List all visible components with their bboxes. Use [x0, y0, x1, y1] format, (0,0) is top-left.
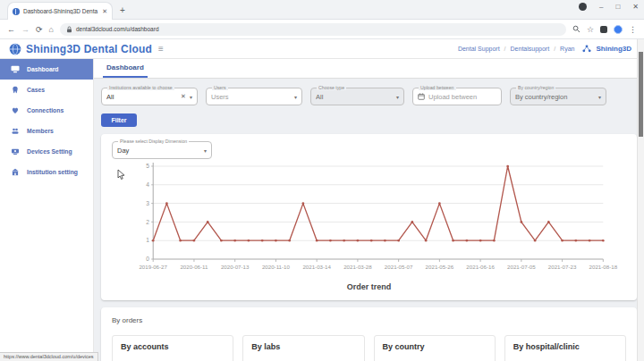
- svg-text:2021-06-16: 2021-06-16: [466, 264, 495, 270]
- chevron-down-icon[interactable]: ▾: [598, 94, 601, 100]
- hamburger-icon[interactable]: ≡: [158, 44, 164, 54]
- content-tabbar: Dashboard: [94, 59, 644, 79]
- tab-close-icon[interactable]: ✕: [102, 8, 107, 15]
- svg-text:2021-05-26: 2021-05-26: [426, 264, 454, 270]
- svg-text:0: 0: [146, 256, 149, 262]
- field-label: By country/region: [516, 85, 555, 90]
- browser-toolbar: ← → ⟳ ⌂ dental3dcloud.com/u/dashboard ☆ …: [0, 20, 644, 39]
- clear-icon[interactable]: ✕: [181, 93, 186, 100]
- sidebar-item-devices-setting[interactable]: Devices Setting: [0, 141, 93, 162]
- by-hospital-clinic-card: By hospital/clinic: [504, 335, 626, 361]
- app-logo: [9, 43, 21, 55]
- svg-text:2021-05-07: 2021-05-07: [385, 264, 413, 270]
- svg-text:3: 3: [146, 200, 149, 206]
- lock-icon: [66, 26, 72, 33]
- maximize-icon[interactable]: □: [615, 3, 620, 11]
- profile-avatar[interactable]: [614, 25, 623, 34]
- filter-row: Institutions available to choose All ✕ ▾…: [94, 79, 644, 105]
- url-text: dental3dcloud.com/u/dashboard: [76, 26, 159, 32]
- sidebar-item-dashboard[interactable]: Dashboard: [0, 59, 93, 80]
- heart-icon: [11, 106, 20, 114]
- svg-text:1: 1: [146, 237, 149, 243]
- scrollbar-thumb[interactable]: [639, 52, 643, 137]
- order-trend-card: Please select Display Dimension Day ▾ 01…: [101, 134, 637, 300]
- field-label: Upload between: [419, 85, 456, 90]
- org-switcher[interactable]: Shining3D: [596, 45, 631, 53]
- sidebar-item-label: Connections: [27, 107, 64, 113]
- extension-icon[interactable]: [600, 26, 607, 33]
- sidebar-item-members[interactable]: Members: [0, 121, 93, 141]
- institution-icon: [11, 168, 20, 176]
- minimize-icon[interactable]: –: [599, 3, 603, 11]
- subcard-title: By labs: [251, 342, 355, 351]
- chevron-down-icon[interactable]: ▾: [396, 94, 399, 100]
- calendar-icon: [418, 93, 425, 100]
- breadcrumb-support[interactable]: Dental Support: [458, 46, 500, 52]
- status-bar: https://www.dental3dcloud.com/u/devices: [0, 352, 98, 361]
- sidebar-item-label: Cases: [27, 87, 45, 93]
- close-icon[interactable]: ✕: [632, 3, 639, 11]
- menu-icon[interactable]: ⋮: [629, 25, 637, 34]
- back-icon[interactable]: ←: [7, 25, 15, 34]
- sidebar-item-label: Institution setting: [27, 169, 78, 175]
- filter-button[interactable]: Filter: [101, 113, 137, 127]
- svg-text:2020-11-10: 2020-11-10: [262, 264, 291, 270]
- sidebar-item-connections[interactable]: Connections: [0, 100, 93, 121]
- members-icon: [11, 127, 20, 135]
- svg-text:2019-06-27: 2019-06-27: [139, 264, 167, 270]
- chevron-down-icon[interactable]: ▾: [204, 147, 207, 154]
- tab-favicon-icon: [13, 8, 20, 15]
- users-select[interactable]: Users Users ▾: [206, 88, 302, 105]
- sidebar: Dashboard Cases Connections Members Devi…: [0, 59, 94, 361]
- field-value: All: [106, 93, 177, 101]
- search-icon[interactable]: [572, 25, 580, 33]
- svg-text:2021-07-05: 2021-07-05: [507, 264, 536, 270]
- subcard-title: By accounts: [121, 342, 225, 351]
- dashboard-icon: [11, 65, 20, 73]
- content-area: Dashboard Institutions available to choo…: [94, 59, 644, 361]
- field-placeholder: Upload between: [428, 93, 496, 101]
- field-label: Users: [212, 85, 228, 90]
- by-orders-card: By orders By accounts By labs By country…: [101, 307, 637, 361]
- home-icon[interactable]: ⌂: [49, 25, 54, 34]
- sidebar-item-institution-setting[interactable]: Institution setting: [0, 162, 93, 182]
- forward-icon[interactable]: →: [21, 25, 30, 34]
- chevron-down-icon[interactable]: ▾: [294, 94, 297, 100]
- chevron-down-icon[interactable]: ▾: [190, 94, 192, 100]
- star-icon[interactable]: ☆: [587, 25, 594, 34]
- chart-title: Order trend: [112, 282, 626, 291]
- upload-between-datepicker[interactable]: Upload between Upload between: [412, 88, 502, 105]
- choose-type-select[interactable]: Choose type All ▾: [310, 88, 404, 105]
- url-bar[interactable]: dental3dcloud.com/u/dashboard: [60, 23, 566, 36]
- sidebar-item-label: Members: [27, 128, 54, 134]
- tab-dashboard[interactable]: Dashboard: [103, 63, 148, 78]
- dimension-select[interactable]: Please select Display Dimension Day ▾: [112, 141, 212, 159]
- svg-text:2021-03-28: 2021-03-28: [343, 264, 372, 270]
- order-trend-chart: 0123452019-06-272020-06-112020-07-132020…: [112, 159, 626, 284]
- country-region-select[interactable]: By country/region By country/region ▾: [510, 88, 606, 105]
- browser-status-icon[interactable]: [579, 3, 587, 11]
- field-value: By country/region: [515, 93, 595, 101]
- breadcrumb-account[interactable]: Dentalsupport: [511, 46, 550, 52]
- sidebar-item-cases[interactable]: Cases: [0, 80, 93, 100]
- tooth-icon: [11, 86, 20, 94]
- svg-text:2020-07-13: 2020-07-13: [221, 264, 250, 270]
- sidebar-item-label: Dashboard: [27, 66, 59, 72]
- breadcrumb-user[interactable]: Ryan: [560, 46, 574, 52]
- institutions-select[interactable]: Institutions available to choose All ✕ ▾: [101, 88, 198, 105]
- by-accounts-card: By accounts: [112, 335, 233, 361]
- field-label: Please select Display Dimension: [118, 139, 189, 144]
- svg-text:2: 2: [146, 219, 149, 225]
- browser-titlebar: Dashboard-Shining3D Denta ✕ + – □ ✕: [0, 0, 644, 20]
- app-header: Shining3D Dental Cloud ≡ Dental Support …: [0, 39, 644, 59]
- organization-icon: [582, 45, 591, 53]
- field-value: Day: [117, 147, 200, 155]
- reload-icon[interactable]: ⟳: [36, 25, 43, 34]
- new-tab-button[interactable]: +: [120, 5, 125, 15]
- device-icon: [11, 147, 20, 155]
- browser-tab[interactable]: Dashboard-Shining3D Denta ✕: [7, 2, 113, 20]
- app-title: Shining3D Dental Cloud: [26, 43, 152, 55]
- breadcrumb-separator: /: [504, 46, 506, 52]
- svg-text:2021-07-23: 2021-07-23: [548, 264, 577, 270]
- page-scrollbar[interactable]: [637, 39, 644, 361]
